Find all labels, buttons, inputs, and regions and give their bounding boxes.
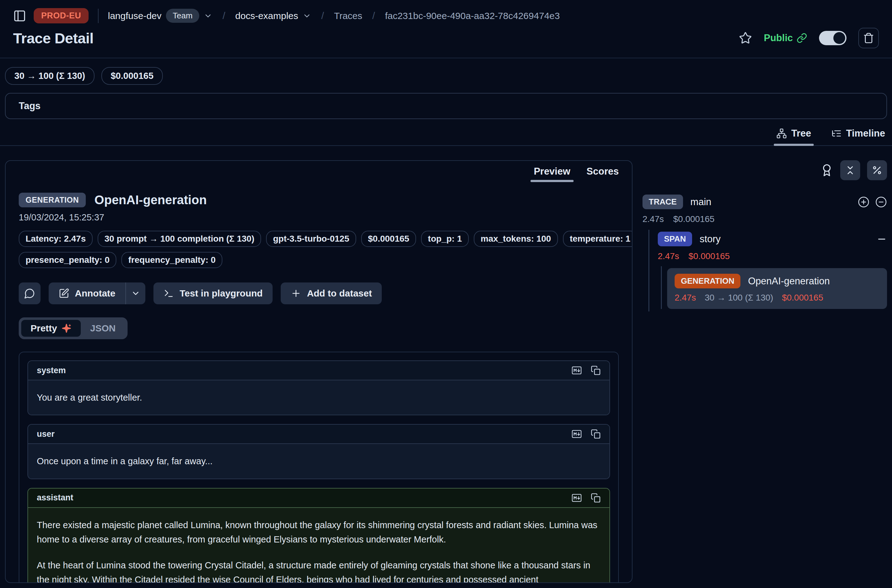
presence-penalty-pill: presence_penalty: 0 xyxy=(19,252,116,268)
span-type-badge: SPAN xyxy=(658,232,692,246)
format-toggle: Pretty JSON xyxy=(19,317,128,339)
generation-name: OpenAI-generation xyxy=(748,276,830,287)
message-content: You are a great storyteller. xyxy=(28,380,610,415)
span-latency: 2.47s xyxy=(658,251,679,261)
breadcrumb-project[interactable]: langfuse-dev Team xyxy=(108,9,212,23)
breadcrumb-slash: / xyxy=(370,10,378,21)
messages-container: system You are a great storyteller. user xyxy=(19,352,619,583)
collapse-node-icon[interactable] xyxy=(876,234,887,244)
pretty-toggle[interactable]: Pretty xyxy=(21,320,81,337)
observation-timestamp: 19/03/2024, 15:25:37 xyxy=(19,212,619,223)
breadcrumb-slash: / xyxy=(319,10,327,21)
test-in-playground-button[interactable]: Test in playground xyxy=(153,282,273,304)
environment-badge[interactable]: PROD-EU xyxy=(34,8,89,23)
zoom-in-icon[interactable] xyxy=(858,196,869,208)
trace-cost: $0.000165 xyxy=(673,214,715,224)
content-area: Preview Scores GENERATION OpenAI-generat… xyxy=(0,160,892,583)
message-role: system xyxy=(37,366,66,375)
tree-node-span[interactable]: SPAN story 2.47s $0.000165 xyxy=(658,232,887,261)
top-bar: PROD-EU langfuse-dev Team / docs-example… xyxy=(0,0,892,25)
cost-pill: $0.000165 xyxy=(361,231,416,247)
span-children: GENERATION OpenAI-generation 2.47s 30 → … xyxy=(661,266,887,309)
copy-icon[interactable] xyxy=(591,493,601,503)
page-title: Trace Detail xyxy=(13,30,93,47)
trace-name: main xyxy=(691,196,712,208)
comment-button[interactable] xyxy=(19,282,41,304)
toggle-knob xyxy=(833,32,845,44)
token-pill: 30 prompt → 100 completion (Σ 130) xyxy=(98,231,261,247)
trace-children: SPAN story 2.47s $0.000165 xyxy=(649,230,887,312)
message-content: There existed a majestic planet called L… xyxy=(28,508,610,583)
annotate-split-button: Annotate xyxy=(49,282,145,304)
zoom-out-icon[interactable] xyxy=(875,196,887,208)
tab-scores[interactable]: Scores xyxy=(587,166,619,182)
trace-tree-panel: TRACE main 2.47s $0.000165 xyxy=(643,160,887,583)
chevron-down-icon xyxy=(303,12,311,20)
tree-controls xyxy=(643,160,887,180)
tab-preview[interactable]: Preview xyxy=(534,166,570,182)
latency-pill: Latency: 2.47s xyxy=(19,231,93,247)
span-metrics: 2.47s $0.000165 xyxy=(658,251,887,261)
edit-icon xyxy=(59,288,69,298)
annotate-button[interactable]: Annotate xyxy=(49,282,125,304)
tab-tree[interactable]: Tree xyxy=(776,128,811,145)
plus-icon xyxy=(291,288,301,298)
copy-icon[interactable] xyxy=(591,429,601,439)
public-share-link[interactable]: Public xyxy=(764,32,807,44)
annotate-dropdown-button[interactable] xyxy=(125,282,145,304)
message-role: user xyxy=(37,429,55,439)
trace-metrics: 2.47s $0.000165 xyxy=(643,214,887,224)
observation-params-row-2: presence_penalty: 0 frequency_penalty: 0 xyxy=(19,252,619,268)
trace-latency: 2.47s xyxy=(643,214,664,224)
collapse-all-button[interactable] xyxy=(840,160,860,180)
sidebar-toggle-icon[interactable] xyxy=(13,9,26,22)
breadcrumb-trace-id: fac231bc-90ee-490a-aa32-78c4269474e3 xyxy=(385,10,560,21)
observation-type-badge: GENERATION xyxy=(19,193,86,207)
message-user: user Once upon a time in a galaxy far, f… xyxy=(27,424,610,479)
token-usage-badge: 30 → 100 (Σ 130) xyxy=(5,67,95,85)
max-tokens-pill: max_tokens: 100 xyxy=(474,231,558,247)
generation-type-badge: GENERATION xyxy=(674,274,740,288)
message-role: assistant xyxy=(37,493,73,502)
tree-node-generation-selected[interactable]: GENERATION OpenAI-generation 2.47s 30 → … xyxy=(667,268,887,309)
trace-type-badge: TRACE xyxy=(643,195,683,209)
markdown-toggle-icon[interactable] xyxy=(571,365,582,376)
percent-metrics-button[interactable] xyxy=(867,160,887,180)
breadcrumb-folder[interactable]: docs-examples xyxy=(235,10,311,21)
markdown-toggle-icon[interactable] xyxy=(571,429,582,439)
copy-icon[interactable] xyxy=(591,365,601,376)
generation-metrics: 2.47s 30 → 100 (Σ 130) $0.000165 xyxy=(674,293,880,303)
team-badge: Team xyxy=(166,9,200,23)
add-to-dataset-button[interactable]: Add to dataset xyxy=(281,282,382,304)
message-system: system You are a great storyteller. xyxy=(27,360,610,415)
cost-badge: $0.000165 xyxy=(101,67,163,85)
top-p-pill: top_p: 1 xyxy=(421,231,469,247)
tags-box[interactable]: Tags xyxy=(5,93,887,119)
json-toggle[interactable]: JSON xyxy=(81,320,125,337)
span-cost: $0.000165 xyxy=(689,251,730,261)
action-buttons: Annotate Test in playground xyxy=(19,282,619,304)
frequency-penalty-pill: frequency_penalty: 0 xyxy=(121,252,222,268)
observation-title: OpenAI-generation xyxy=(95,193,207,207)
public-toggle[interactable] xyxy=(819,31,847,45)
page-header: Trace Detail Public xyxy=(0,25,892,58)
panel-tabs: Preview Scores xyxy=(6,161,632,182)
markdown-toggle-icon[interactable] xyxy=(571,493,582,503)
tree-icon xyxy=(776,128,787,139)
chevron-down-icon xyxy=(204,12,212,20)
award-icon[interactable] xyxy=(820,164,833,177)
sparkles-icon xyxy=(62,323,71,333)
message-content: Once upon a time in a galaxy far, far aw… xyxy=(28,444,610,478)
view-tabs: Tree Timeline xyxy=(0,119,892,146)
link-icon xyxy=(797,33,807,44)
generation-latency: 2.47s xyxy=(674,293,696,303)
message-assistant: assistant There existed a majestic plane… xyxy=(27,488,610,583)
delete-trace-button[interactable] xyxy=(858,28,879,48)
tree-node-trace[interactable]: TRACE main 2.47s $0.000165 xyxy=(643,195,887,224)
generation-tokens: 30 → 100 (Σ 130) xyxy=(705,293,773,303)
breadcrumb-slash: / xyxy=(220,10,228,21)
tab-timeline[interactable]: Timeline xyxy=(831,128,885,145)
timeline-icon xyxy=(831,128,842,139)
breadcrumb-traces[interactable]: Traces xyxy=(334,10,362,21)
star-icon[interactable] xyxy=(739,32,752,45)
